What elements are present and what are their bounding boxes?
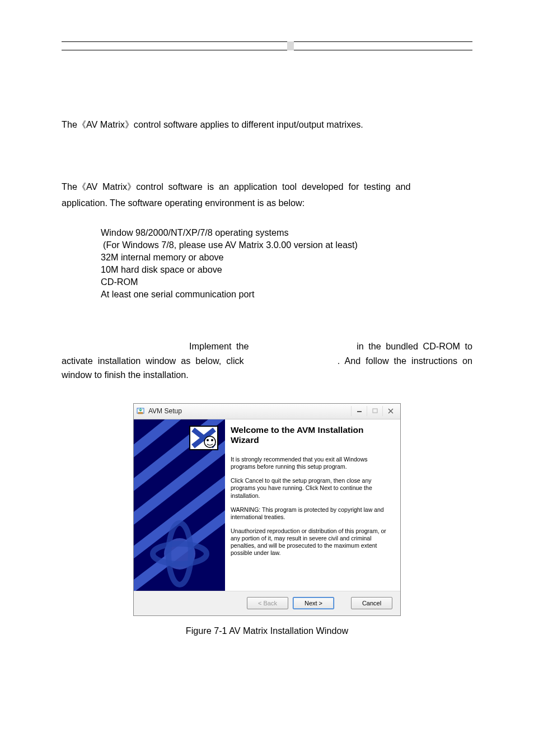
header-center-mark <box>287 41 294 50</box>
minimize-button[interactable] <box>351 406 367 416</box>
wizard-p1: It is strongly recommended that you exit… <box>231 456 390 470</box>
figure-caption: Figure 7-1 AV Matrix Installation Window <box>62 624 472 638</box>
next-button[interactable]: Next > <box>293 597 334 609</box>
back-button: < Back <box>247 597 288 609</box>
env-line-a: The《AV Matrix》control software is an app… <box>62 180 411 194</box>
requirements-list: Window 98/2000/NT/XP/7/8 operating syste… <box>101 227 472 300</box>
wizard-p3: WARNING: This program is protected by co… <box>231 506 390 521</box>
svg-rect-3 <box>373 409 377 413</box>
header-rule <box>62 41 472 50</box>
window-title: AVM Setup <box>148 406 351 417</box>
req-os: Window 98/2000/NT/XP/7/8 operating syste… <box>101 227 472 239</box>
installer-window: AVM Setup <box>133 403 401 616</box>
install-l2-a: activate installation window as below, c… <box>62 354 244 368</box>
svg-rect-1 <box>138 412 143 414</box>
maximize-button <box>367 406 382 416</box>
req-memory: 32M internal memory or above <box>101 251 472 264</box>
req-os-note: (For Windows 7/8, please use AV Matrix 3… <box>103 239 472 251</box>
wizard-heading: Welcome to the AVM Installation Wizard <box>231 425 390 446</box>
close-button[interactable] <box>382 406 398 416</box>
install-l1-a: Implement the <box>189 339 249 353</box>
svg-point-16 <box>211 439 213 441</box>
req-serial: At least one serial communication port <box>101 288 472 301</box>
wizard-content: Welcome to the AVM Installation Wizard I… <box>225 419 400 591</box>
titlebar: AVM Setup <box>134 404 400 419</box>
svg-point-14 <box>204 436 216 447</box>
install-l1-b: in the bundled CD-ROM to <box>357 339 472 353</box>
svg-rect-2 <box>357 411 362 412</box>
intro-paragraph: The《AV Matrix》control software applies t… <box>62 118 472 132</box>
wizard-sidebar-image <box>134 419 225 591</box>
wizard-p2: Click Cancel to quit the setup program, … <box>231 477 390 499</box>
req-disk: 10M hard disk space or above <box>101 264 472 276</box>
installer-icon <box>136 407 145 416</box>
install-l3: window to finish the installation. <box>62 368 472 382</box>
env-line-b: application. The software operating envi… <box>62 196 472 210</box>
wizard-button-row: < Back Next > Cancel <box>134 591 400 615</box>
req-cdrom: CD-ROM <box>101 276 472 288</box>
cancel-button[interactable]: Cancel <box>351 597 392 609</box>
install-l2-b: . And follow the instructions on <box>338 354 472 368</box>
svg-point-15 <box>207 439 209 441</box>
wizard-p4: Unauthorized reproduction or distributio… <box>231 528 390 557</box>
